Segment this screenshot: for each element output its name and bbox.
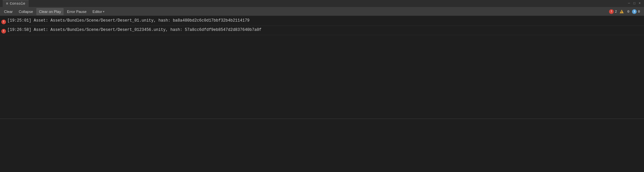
badge-container: ! 2 ! 0 i	[606, 9, 643, 14]
console-output[interactable]: ! [19:25:01] Asset: Assets/Bundles/Scene…	[0, 16, 644, 119]
collapse-button[interactable]: Collapse	[16, 8, 36, 15]
title-bar: ≡ Console ─ □ ×	[0, 0, 644, 7]
maximize-button[interactable]: □	[633, 2, 636, 5]
title-bar-left: ≡ Console	[3, 0, 29, 7]
log-text: [19:26:58] Asset: Assets/Bundles/Scene/D…	[7, 27, 643, 33]
close-button[interactable]: ×	[638, 2, 641, 5]
clear-on-play-button[interactable]: Clear on Play	[36, 8, 64, 15]
log-entry[interactable]: ! [19:26:58] Asset: Assets/Bundles/Scene…	[0, 26, 644, 35]
console-tab[interactable]: ≡ Console	[3, 0, 29, 7]
toolbar: Clear Collapse Clear on Play Error Pause…	[0, 7, 644, 16]
bottom-area	[0, 119, 644, 172]
error-badge[interactable]: ! 2	[609, 9, 617, 14]
warning-triangle: !	[620, 10, 624, 13]
console-window: ≡ Console ─ □ × Clear Collapse Clear on …	[0, 0, 644, 172]
minimize-button[interactable]: ─	[627, 2, 631, 5]
warning-count: 0	[627, 10, 630, 14]
error-pause-button[interactable]: Error Pause	[64, 8, 89, 15]
info-badge[interactable]: i 0	[632, 9, 640, 14]
info-icon-symbol: i	[634, 10, 635, 13]
error-icon: !	[609, 9, 614, 14]
info-icon: i	[632, 9, 637, 14]
console-tab-label: Console	[10, 2, 25, 6]
info-count: 0	[638, 10, 640, 14]
console-tab-icon: ≡	[6, 2, 8, 6]
editor-dropdown-icon: ▾	[103, 10, 105, 13]
clear-button[interactable]: Clear	[1, 8, 15, 15]
log-entry[interactable]: ! [19:25:01] Asset: Assets/Bundles/Scene…	[0, 17, 644, 26]
title-bar-controls: ─ □ ×	[627, 2, 641, 5]
warning-badge[interactable]: ! 0	[620, 10, 630, 14]
warning-icon: !	[620, 10, 624, 13]
log-text: [19:25:01] Asset: Assets/Bundles/Scene/D…	[7, 17, 643, 24]
editor-label: Editor	[93, 10, 102, 14]
toolbar-right: ! 2 ! 0 i	[606, 9, 643, 14]
log-error-icon: !	[1, 28, 6, 34]
error-count: 2	[615, 10, 617, 14]
editor-button[interactable]: Editor ▾	[90, 8, 107, 15]
error-icon-symbol: !	[610, 10, 612, 13]
log-error-icon: !	[1, 18, 6, 25]
